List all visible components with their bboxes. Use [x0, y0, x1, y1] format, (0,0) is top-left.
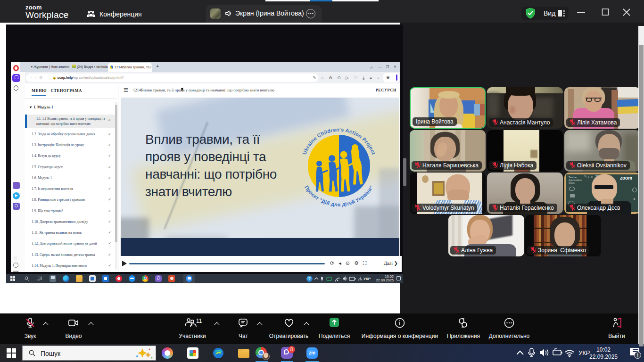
svg-text:22.09.2025: 22.09.2025	[589, 354, 618, 360]
svg-text:11: 11	[196, 318, 202, 324]
svg-text:УКР: УКР	[578, 349, 590, 356]
svg-text:10:02: 10:02	[596, 346, 611, 353]
